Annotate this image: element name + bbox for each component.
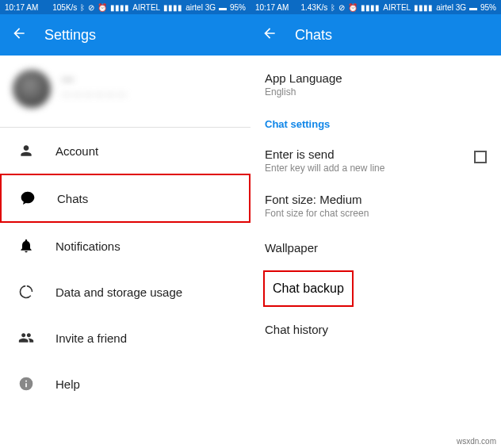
status-bar: 10:17 AM 105K/s ᛒ ⊘ ⏰ ▮▮▮▮ AIRTEL ▮▮▮▮ a… [0, 0, 250, 14]
setting-subtitle: Enter key will add a new line [265, 163, 474, 174]
menu-label: Invite a friend [55, 331, 127, 345]
back-button[interactable] [262, 25, 277, 44]
person-icon [17, 142, 35, 159]
app-bar: Settings [0, 14, 250, 56]
status-right: 105K/s ᛒ ⊘ ⏰ ▮▮▮▮ AIRTEL ▮▮▮▮ airtel 3G … [52, 3, 246, 12]
network-label: airtel 3G [185, 3, 216, 12]
chats-content: App Language English Chat settings Enter… [250, 56, 501, 448]
setting-chat-history[interactable]: Chat history [250, 310, 501, 349]
setting-app-language[interactable]: App Language English [250, 56, 501, 107]
setting-title: Wallpaper [265, 241, 318, 255]
status-right: 1.43K/s ᛒ ⊘ ⏰ ▮▮▮▮ AIRTEL ▮▮▮▮ airtel 3G… [300, 3, 496, 12]
menu-item-chats[interactable]: Chats [0, 174, 250, 223]
watermark: wsxdn.com [457, 437, 496, 446]
info-icon [17, 375, 35, 392]
data-usage-icon [17, 283, 35, 301]
menu-label: Notifications [55, 239, 120, 253]
setting-chat-backup[interactable]: Chat backup [250, 267, 501, 310]
app-bar: Chats [250, 14, 501, 56]
setting-font-size[interactable]: Font size: Medium Font size for chat scr… [250, 183, 501, 228]
menu-item-notifications[interactable]: Notifications [0, 223, 250, 269]
screen-settings: 10:17 AM 105K/s ᛒ ⊘ ⏰ ▮▮▮▮ AIRTEL ▮▮▮▮ a… [0, 0, 250, 448]
menu-label: Chats [57, 192, 88, 205]
bell-icon [17, 237, 35, 255]
menu-item-data[interactable]: Data and storage usage [0, 269, 250, 315]
menu-item-invite[interactable]: Invite a friend [0, 315, 250, 361]
section-chat-settings: Chat settings [250, 107, 501, 138]
profile-row[interactable]: — — — — — — — [0, 56, 250, 127]
menu-label: Help [55, 377, 80, 391]
profile-name: — [62, 71, 238, 85]
chat-bubble-icon [19, 190, 36, 207]
setting-title: Font size: Medium [265, 193, 487, 206]
alarm-icon: ⏰ [348, 3, 358, 12]
signal-icon-2: ▮▮▮▮ [163, 3, 182, 12]
data-speed: 1.43K/s [300, 3, 327, 12]
battery-icon: ▬ [469, 3, 477, 12]
data-speed: 105K/s [52, 3, 77, 12]
setting-title: Chat history [265, 323, 328, 336]
setting-wallpaper[interactable]: Wallpaper [250, 228, 501, 267]
back-button[interactable] [11, 25, 27, 44]
alarm-icon: ⏰ [98, 3, 107, 12]
status-time: 10:17 AM [5, 3, 38, 12]
bluetooth-icon: ᛒ [331, 3, 335, 12]
setting-title: Chat backup [263, 270, 354, 307]
checkbox[interactable] [474, 151, 487, 163]
page-title: Chats [295, 27, 332, 44]
menu-label: Account [55, 144, 98, 158]
status-bar: 10:17 AM 1.43K/s ᛒ ⊘ ⏰ ▮▮▮▮ AIRTEL ▮▮▮▮ … [250, 0, 501, 14]
menu-item-account[interactable]: Account [0, 128, 250, 174]
setting-enter-is-send[interactable]: Enter is send Enter key will add a new l… [250, 138, 501, 183]
bluetooth-icon: ᛒ [80, 3, 85, 12]
battery-pct: 95% [230, 3, 246, 12]
setting-subtitle: Font size for chat screen [265, 208, 487, 219]
carrier-label: AIRTEL [132, 3, 160, 12]
signal-icon: ▮▮▮▮ [110, 3, 129, 12]
setting-title: App Language [265, 71, 487, 85]
menu-item-help[interactable]: Help [0, 361, 250, 407]
screen-chats: 10:17 AM 1.43K/s ᛒ ⊘ ⏰ ▮▮▮▮ AIRTEL ▮▮▮▮ … [250, 0, 501, 448]
dnd-icon: ⊘ [338, 3, 345, 12]
people-icon [17, 329, 35, 347]
signal-icon: ▮▮▮▮ [361, 3, 380, 12]
menu-label: Data and storage usage [55, 285, 182, 299]
setting-title: Enter is send [265, 147, 474, 161]
setting-subtitle: English [265, 86, 487, 98]
dnd-icon: ⊘ [88, 3, 94, 12]
battery-pct: 95% [480, 3, 496, 12]
avatar [13, 70, 51, 108]
page-title: Settings [44, 27, 96, 44]
status-time: 10:17 AM [255, 3, 289, 12]
carrier-label: AIRTEL [383, 3, 411, 12]
settings-content: — — — — — — — Account Chats Notification… [0, 56, 250, 448]
battery-icon: ▬ [219, 3, 227, 12]
profile-status: — — — — — — [62, 88, 238, 99]
network-label: airtel 3G [436, 3, 466, 12]
signal-icon-2: ▮▮▮▮ [414, 3, 433, 12]
